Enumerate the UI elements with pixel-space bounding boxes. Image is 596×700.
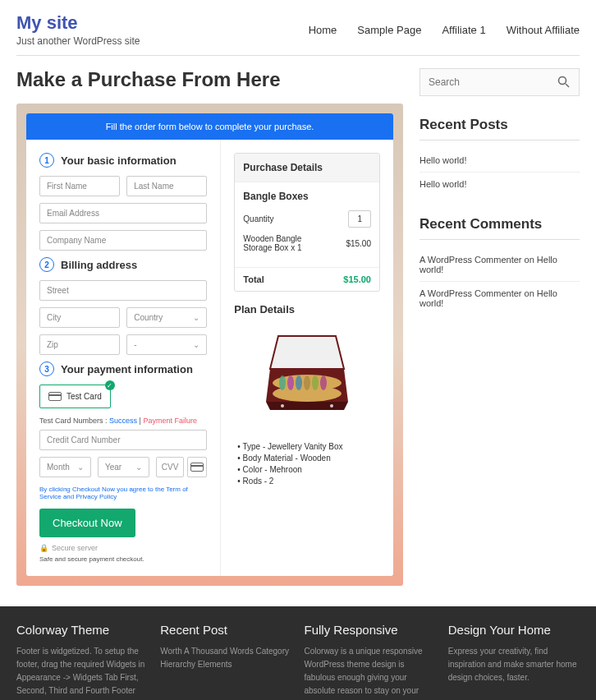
footer-col-title: Recent Post [160, 623, 291, 637]
svg-point-6 [296, 375, 302, 390]
last-name-input[interactable]: Last Name [126, 176, 207, 196]
total-label: Total [243, 274, 264, 284]
line-item: Wooden Bangle Storage Box x 1 [243, 234, 325, 252]
state-select[interactable]: - [126, 334, 207, 355]
footer-col-title: Fully Responsive [305, 623, 436, 637]
cvv-input[interactable]: CVV [156, 457, 185, 477]
failure-link[interactable]: Payment Failure [143, 417, 197, 425]
svg-point-12 [330, 404, 333, 408]
plan-list: Type - Jewellery Vanity Box Body Materia… [234, 442, 380, 486]
purchase-details-head: Purchase Details [235, 154, 379, 182]
plan-item: Color - Mehroon [237, 465, 380, 474]
qty-label: Quantity [243, 214, 273, 223]
nav-sample[interactable]: Sample Page [357, 24, 421, 36]
total-price: $15.00 [343, 274, 371, 284]
site-title[interactable]: My site [16, 12, 140, 34]
step-2-icon: 2 [39, 257, 54, 272]
recent-post-link[interactable]: Hello world! [419, 173, 580, 196]
company-input[interactable]: Company Name [39, 230, 207, 251]
plan-details-title: Plan Details [234, 303, 380, 315]
recent-posts-title: Recent Posts [419, 117, 580, 133]
plan-item: Rods - 2 [237, 477, 380, 486]
recent-comment-link[interactable]: A WordPress Commenter on Hello world! [419, 248, 580, 282]
terms-text: By clicking Checkout Now you agree to th… [39, 486, 207, 500]
step-1-title: Your basic information [61, 154, 177, 167]
search-box[interactable] [419, 68, 580, 96]
secure-server: 🔒Secure server [39, 544, 207, 552]
step-2-title: Billing address [61, 259, 137, 271]
step-3-icon: 3 [39, 362, 54, 376]
line-price: $15.00 [346, 239, 371, 248]
recent-post-link[interactable]: Hello world! [419, 149, 580, 173]
svg-point-7 [304, 375, 310, 390]
site-tagline: Just another WordPress site [16, 35, 140, 47]
svg-point-4 [279, 375, 286, 390]
svg-point-5 [287, 375, 294, 390]
city-input[interactable]: City [39, 307, 120, 328]
street-input[interactable]: Street [39, 280, 207, 301]
product-image [234, 324, 380, 431]
email-input[interactable]: Email Address [39, 203, 207, 223]
lock-icon: 🔒 [39, 544, 48, 552]
svg-point-13 [559, 77, 566, 85]
page-title: Make a Purchase From Here [16, 68, 403, 91]
svg-point-8 [312, 375, 319, 390]
year-select[interactable]: Year [98, 457, 149, 477]
step-1-icon: 1 [39, 153, 54, 168]
footer-col-text: Worth A Thousand Words Category Hierarch… [160, 645, 291, 671]
card-icon [48, 392, 62, 401]
plan-item: Body Material - Wooden [237, 454, 380, 463]
first-name-input[interactable]: First Name [39, 176, 120, 196]
test-card-option[interactable]: Test Card [39, 385, 111, 408]
footer-col-text: Express your creativity, find inspiratio… [448, 645, 580, 684]
success-link[interactable]: Success [109, 417, 137, 425]
nav-affiliate[interactable]: Affiliate 1 [442, 24, 485, 36]
plan-item: Type - Jewellery Vanity Box [237, 442, 380, 451]
footer-col-text: Colorway is a unique responsive WordPres… [305, 645, 436, 700]
main-nav: Home Sample Page Affiliate 1 Without Aff… [309, 24, 580, 36]
svg-point-11 [281, 404, 284, 408]
cc-number-input[interactable]: Credit Card Number [39, 430, 207, 450]
recent-comments-title: Recent Comments [419, 216, 580, 233]
checkout-button[interactable]: Checkout Now [39, 509, 135, 537]
search-icon[interactable] [557, 76, 571, 89]
svg-marker-10 [266, 402, 348, 410]
country-select[interactable]: Country [126, 307, 207, 328]
svg-line-14 [566, 84, 569, 87]
test-card-note: Test Card Numbers : Success | Payment Fa… [39, 417, 207, 425]
product-title: Bangle Boxes [243, 191, 371, 202]
footer-col-text: Footer is widgetized. To setup the foote… [16, 645, 148, 700]
nav-home[interactable]: Home [309, 24, 337, 36]
step-3-title: Your payment information [61, 363, 193, 375]
qty-input[interactable]: 1 [348, 210, 371, 228]
footer-col-title: Design Your Home [448, 623, 580, 637]
recent-comment-link[interactable]: A WordPress Commenter on Hello world! [419, 282, 580, 315]
svg-point-9 [320, 375, 327, 390]
footer-col-title: Colorway Theme [16, 623, 148, 637]
cvv-card-icon [187, 457, 207, 477]
svg-marker-0 [270, 336, 344, 369]
month-select[interactable]: Month [39, 457, 91, 477]
safe-text: Safe and secure payment checkout. [39, 555, 207, 563]
zip-input[interactable]: Zip [39, 334, 120, 355]
search-input[interactable] [429, 76, 557, 88]
order-banner: Fill the order form below to complete yo… [26, 113, 393, 140]
nav-without[interactable]: Without Affiliate [507, 24, 580, 36]
privacy-link[interactable]: Privacy Policy [76, 493, 117, 500]
